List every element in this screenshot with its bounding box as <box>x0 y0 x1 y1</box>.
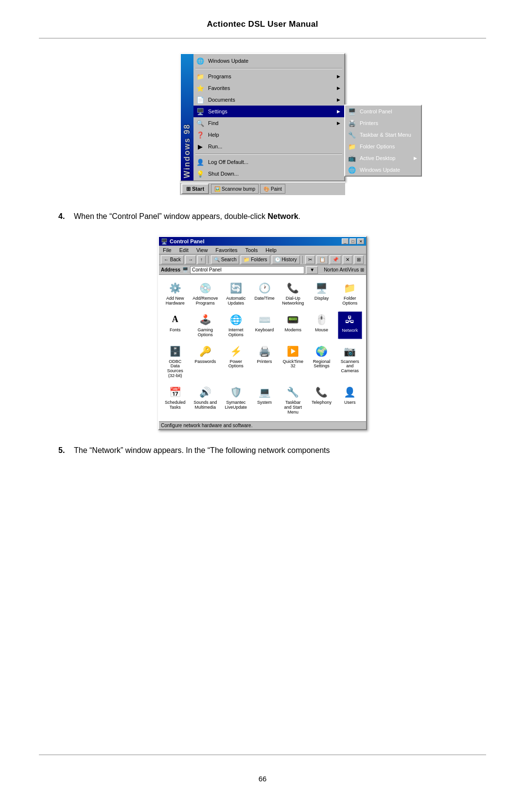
taskbar-item-paint[interactable]: 🎨 Paint <box>260 184 285 194</box>
submenu-taskbar[interactable]: 🔧 Taskbar & Start Menu <box>345 129 421 141</box>
cp-icon-gaming[interactable]: 🕹️ Gaming Options <box>191 311 219 339</box>
cp-icon-symantec[interactable]: 🛡️ Symantec LiveUpdate <box>223 384 248 416</box>
active-desktop-icon: 📺 <box>347 154 357 162</box>
cp-icon-users[interactable]: 👤 Users <box>338 384 362 416</box>
sub-windows-update-label: Windows Update <box>360 167 417 173</box>
cut-button[interactable]: ✂ <box>305 255 315 264</box>
menu-item-logoff[interactable]: 👤 Log Off Default... <box>193 156 344 168</box>
close-button[interactable]: ✕ <box>357 238 364 244</box>
active-desktop-label: Active Desktop <box>360 155 412 161</box>
go-button[interactable]: ▼ <box>306 266 318 274</box>
shutdown-icon: 💡 <box>195 169 205 178</box>
cp-icon-auto-updates[interactable]: 🔄 Automatic Updates <box>223 280 248 307</box>
submenu-folder-options[interactable]: 📁 Folder Options <box>345 141 421 152</box>
copy-button[interactable]: 📋 <box>316 255 328 264</box>
help-icon: ❓ <box>195 130 205 139</box>
cp-icon-scanners[interactable]: 📷 Scanners and Cameras <box>338 343 362 380</box>
cp-icon-add-remove[interactable]: 💿 Add/Remove Programs <box>191 280 219 307</box>
toolbar-sep-1 <box>208 256 209 264</box>
cp-icon-regional[interactable]: 🌍 Regional Settings <box>309 343 333 380</box>
step4-text: 4. When the “Control Panel” window appea… <box>39 211 486 222</box>
menu-item-find[interactable]: 🔍 Find ▶ <box>193 117 344 129</box>
cp-icon-folder-options[interactable]: 📁 Folder Options <box>338 280 362 307</box>
menu-edit[interactable]: Edit <box>177 247 191 253</box>
menu-item-settings[interactable]: 🖥️ Settings ▶ 🖥️ Control Panel 🖨️ <box>193 106 344 117</box>
back-button[interactable]: ← Back <box>161 255 184 264</box>
win98-taskbar: ⊞ Start 🖼️ Scannow bump 🎨 Paint <box>180 181 345 195</box>
menu-item-documents[interactable]: 📄 Documents ▶ <box>193 94 344 106</box>
cp-icon-network[interactable]: 🖧 Network <box>338 311 362 339</box>
settings-icon: 🖥️ <box>195 107 205 116</box>
menu-view[interactable]: View <box>194 247 210 253</box>
favorites-label: Favorites <box>208 85 335 91</box>
cp-icon-telephony[interactable]: 📞 Telephony <box>309 384 333 416</box>
cp-icon-quicktime[interactable]: ▶️ QuickTime 32 <box>280 343 305 380</box>
documents-icon: 📄 <box>195 95 205 104</box>
submenu-printers[interactable]: 🖨️ Printers <box>345 117 421 129</box>
win98-address-bar: Address 🖥️ ▼ Norton AntiVirus ⊞ <box>159 265 366 275</box>
forward-button[interactable]: → <box>185 255 196 264</box>
step5-text: 5. The “Network” window appears. In the … <box>39 445 486 456</box>
cp-icon-odbc[interactable]: 🗄️ ODBC Data Sources (32-bit) <box>163 343 187 380</box>
submenu-control-panel[interactable]: 🖥️ Control Panel <box>345 106 421 117</box>
cp-icon-internet[interactable]: 🌐 Internet Options <box>223 311 248 339</box>
maximize-button[interactable]: □ <box>350 238 356 244</box>
start-button[interactable]: ⊞ Start <box>181 183 209 194</box>
add-hardware-label: Add New Hardware <box>164 296 186 306</box>
symantec-icon: 🛡️ <box>229 385 243 399</box>
gaming-icon: 🕹️ <box>198 313 212 326</box>
power-label: Power Options <box>225 360 247 369</box>
menu-item-programs[interactable]: 📁 Programs ▶ <box>193 71 344 82</box>
submenu-windows-update[interactable]: 🌐 Windows Update <box>345 164 421 176</box>
control-panel-icon: 🖥️ <box>347 107 357 116</box>
cp-icon-taskbar-start[interactable]: 🔧 Taskbar and Start Menu <box>280 384 305 416</box>
cp-icon-sounds[interactable]: 🔊 Sounds and Multimedia <box>191 384 219 416</box>
cp-icon-scheduled[interactable]: 📅 Scheduled Tasks <box>163 384 187 416</box>
cp-icon-keyboard[interactable]: ⌨️ Keyboard <box>252 311 277 339</box>
menu-item-run[interactable]: ▶ Run... <box>193 141 344 152</box>
menu-tools[interactable]: Tools <box>244 247 260 253</box>
cp-icon-printers[interactable]: 🖨️ Printers <box>252 343 277 380</box>
settings-arrow-icon: ▶ <box>337 109 340 114</box>
telephony-label: Telephony <box>312 400 332 405</box>
delete-button[interactable]: ✕ <box>343 255 352 264</box>
menu-file[interactable]: File <box>161 247 174 253</box>
minimize-button[interactable]: _ <box>342 238 349 244</box>
menu-item-windows-update[interactable]: 🌐 Windows Update <box>193 55 344 67</box>
menu-item-help[interactable]: ❓ Help <box>193 129 344 141</box>
cp-icon-fonts[interactable]: A Fonts <box>163 311 187 339</box>
step5-number: 5. <box>58 445 70 456</box>
cp-icon-modems[interactable]: 📟 Modems <box>280 311 305 339</box>
cp-icon-system[interactable]: 💻 System <box>252 384 277 416</box>
cp-icon-dialup[interactable]: 📞 Dial-Up Networking <box>280 280 305 307</box>
paste-button[interactable]: 📌 <box>330 255 341 264</box>
taskbar-label: Taskbar & Start Menu <box>360 132 417 138</box>
settings-submenu: 🖥️ Control Panel 🖨️ Printers 🔧 Taskbar <box>344 105 422 177</box>
address-input[interactable] <box>190 266 304 274</box>
network-label: Network <box>342 328 358 333</box>
cp-icon-datetime[interactable]: 🕐 Date/Time <box>252 280 277 307</box>
menu-item-shutdown[interactable]: 💡 Shut Down... <box>193 168 344 180</box>
cp-icon-mouse[interactable]: 🖱️ Mouse <box>309 311 333 339</box>
submenu-active-desktop[interactable]: 📺 Active Desktop ▶ <box>345 152 421 164</box>
find-arrow-icon: ▶ <box>337 121 340 126</box>
regional-icon: 🌍 <box>315 344 328 358</box>
taskbar-item-scannow[interactable]: 🖼️ Scannow bump <box>211 184 259 194</box>
help-label: Help <box>208 132 340 138</box>
search-button[interactable]: 🔍 Search <box>211 255 239 264</box>
menu-help-cp[interactable]: Help <box>263 247 279 253</box>
logoff-label: Log Off Default... <box>208 159 340 165</box>
cp-icon-power[interactable]: ⚡ Power Options <box>223 343 248 380</box>
cp-icon-display[interactable]: 🖥️ Display <box>309 280 333 307</box>
up-button[interactable]: ↑ <box>197 255 206 264</box>
cp-icon-add-hardware[interactable]: ⚙️ Add New Hardware <box>163 280 187 307</box>
programs-arrow-icon: ▶ <box>337 74 340 79</box>
properties-button[interactable]: ⊞ <box>354 255 364 264</box>
cp-icon-passwords[interactable]: 🔑 Passwords <box>191 343 219 380</box>
menu-item-favorites[interactable]: ⭐ Favorites ▶ <box>193 82 344 94</box>
folders-button[interactable]: 📁 Folders <box>241 255 270 264</box>
menu-favorites[interactable]: Favorites <box>213 247 239 253</box>
history-button[interactable]: 🕐 History <box>272 255 300 264</box>
statusbar-text: Configure network hardware and software. <box>161 423 252 428</box>
win98-startmenu: Windows 98 🌐 Windows Update 📁 P <box>180 53 345 181</box>
